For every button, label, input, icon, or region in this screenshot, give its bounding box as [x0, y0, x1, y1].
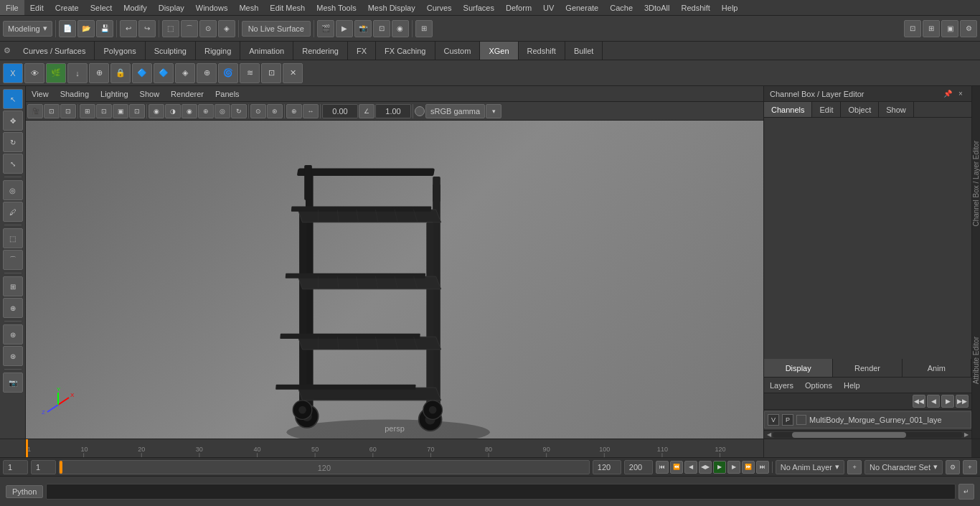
select-mode-btn[interactable]: ↖	[3, 89, 23, 109]
anim-next-btn[interactable]: ▶	[727, 461, 740, 474]
menu-mesh[interactable]: Mesh	[233, 0, 264, 15]
vp-menu-view[interactable]: View	[26, 86, 55, 101]
vp-menu-renderer[interactable]: Renderer	[165, 86, 209, 101]
anim-next-key-btn[interactable]: ⏩	[742, 461, 755, 474]
vp-num1[interactable]: 0.00	[322, 104, 358, 118]
anim-layer-btn1[interactable]: +	[847, 460, 862, 474]
render3-btn[interactable]: 📸	[354, 20, 372, 37]
python-tab[interactable]: Python	[6, 485, 43, 498]
tab-fx[interactable]: FX	[348, 42, 376, 60]
sidebar-tab-attribute-editor[interactable]: Attribute Editor	[971, 334, 980, 387]
scrollbar-horizontal[interactable]: ◀ ▶	[764, 430, 971, 439]
lasso-tool-btn[interactable]: ⌒	[181, 20, 198, 37]
live-surface-btn[interactable]: No Live Surface	[242, 21, 311, 37]
timeline-scrub[interactable]: 120	[59, 460, 590, 474]
menu-display[interactable]: Display	[153, 0, 190, 15]
scroll-right-btn[interactable]: ▶	[963, 431, 970, 439]
render5-btn[interactable]: ◉	[392, 20, 409, 37]
end-frame-field[interactable]: 120	[593, 460, 621, 474]
cmd-enter-btn[interactable]: ↵	[958, 484, 974, 500]
menu-mesh-tools[interactable]: Mesh Tools	[311, 0, 362, 15]
layer-back-btn[interactable]: ◀	[927, 395, 940, 408]
layout3-btn[interactable]: ▣	[941, 20, 958, 37]
menu-select[interactable]: Select	[85, 0, 118, 15]
menu-edit[interactable]: Edit	[24, 0, 50, 15]
vp-shading6[interactable]: ↻	[231, 104, 247, 118]
xgen-brush1[interactable]: ⊛	[3, 324, 23, 345]
tab-xgen[interactable]: XGen	[480, 42, 518, 60]
menu-surfaces[interactable]: Surfaces	[458, 0, 500, 15]
scroll-thumb[interactable]	[792, 432, 906, 438]
dr-tab-display[interactable]: Display	[764, 359, 833, 377]
vp-snap1[interactable]: ⊕	[286, 104, 302, 118]
vp-menu-lighting[interactable]: Lighting	[95, 86, 134, 101]
tab-polygons[interactable]: Polygons	[95, 42, 145, 60]
layer-playback-btn[interactable]: P	[782, 414, 793, 426]
xgen-tool-9[interactable]: ◈	[175, 63, 195, 83]
vp-shading5[interactable]: ◎	[215, 104, 230, 118]
total-frames-field[interactable]: 200	[624, 460, 653, 474]
vp-snap2[interactable]: ↔	[303, 104, 319, 118]
vp-shading3[interactable]: ◉	[182, 104, 197, 118]
move-mode-btn[interactable]: ✥	[3, 111, 23, 131]
xgen-tool-13[interactable]: ⊡	[261, 63, 281, 83]
xgen-tool-5[interactable]: ⊕	[89, 63, 109, 83]
panel-close-btn[interactable]: ×	[956, 89, 966, 99]
menu-3dto[interactable]: 3DtoAll	[639, 0, 675, 15]
paint-weights-btn[interactable]: 🖊	[3, 202, 23, 222]
anim-play-back-btn[interactable]: ◀▶	[699, 461, 712, 474]
vp-shading2[interactable]: ◑	[165, 104, 181, 118]
xgen-tool-14[interactable]: ✕	[283, 63, 303, 83]
menu-file[interactable]: File	[0, 0, 24, 15]
save-file-btn[interactable]: 💾	[96, 20, 113, 37]
snap-grid-btn[interactable]: ⊞	[3, 276, 23, 296]
layout2-btn[interactable]: ⊞	[923, 20, 940, 37]
marquee-select-btn[interactable]: ⬚	[3, 228, 23, 248]
menu-create[interactable]: Create	[50, 0, 85, 15]
lo-tab-options[interactable]: Options	[799, 378, 838, 393]
tab-redshift[interactable]: Redshift	[519, 42, 565, 60]
scroll-left-btn[interactable]: ◀	[765, 431, 773, 439]
rp-tab-channels[interactable]: Channels	[764, 102, 812, 117]
redo-btn[interactable]: ↪	[138, 20, 156, 37]
vp-cam3[interactable]: ⊡	[60, 104, 76, 118]
sidebar-tab-channel-box[interactable]: Channel Box / Layer Editor	[971, 138, 980, 230]
char-set-btn2[interactable]: +	[963, 460, 977, 474]
layout-btn[interactable]: ⊡	[904, 20, 921, 37]
layout1-btn[interactable]: ⊞	[415, 20, 433, 37]
soft-select-btn[interactable]: ◎	[3, 180, 23, 200]
vp-display1[interactable]: ⊞	[80, 104, 95, 118]
vp-shading4[interactable]: ⊕	[198, 104, 214, 118]
anim-prev-key-btn[interactable]: ⏪	[670, 461, 683, 474]
rotate-mode-btn[interactable]: ↻	[3, 132, 23, 152]
xgen-tool-11[interactable]: 🌀	[218, 63, 238, 83]
command-line[interactable]	[46, 484, 956, 500]
layer-visibility-btn[interactable]: V	[768, 414, 779, 426]
menu-modify[interactable]: Modify	[118, 0, 152, 15]
xgen-tool-4[interactable]: ↓	[67, 63, 88, 83]
open-file-btn[interactable]: 📂	[77, 20, 95, 37]
tab-curves-surfaces[interactable]: Curves / Surfaces	[14, 42, 95, 60]
vp-colorspace-dropdown[interactable]: ▾	[486, 104, 501, 118]
lo-tab-help[interactable]: Help	[838, 378, 866, 393]
tab-animation[interactable]: Animation	[240, 42, 293, 60]
menu-windows[interactable]: Windows	[190, 0, 234, 15]
vp-menu-show[interactable]: Show	[134, 86, 166, 101]
new-file-btn[interactable]: 📄	[59, 20, 76, 37]
paint-tool-btn[interactable]: ⊙	[199, 20, 217, 37]
menu-uv[interactable]: UV	[537, 0, 560, 15]
rp-tab-show[interactable]: Show	[879, 102, 914, 117]
timeline-ruler[interactable]: 1 10 20 30 40 50 60 70 80 90 1	[26, 439, 763, 457]
camera-btn[interactable]: 📷	[3, 373, 23, 393]
select-tool-btn[interactable]: ⬚	[162, 20, 179, 37]
xgen-tool-7[interactable]: 🔷	[132, 63, 152, 83]
xgen-tool-10[interactable]: ⊕	[197, 63, 217, 83]
vp-colorspace[interactable]: sRGB gamma	[425, 104, 485, 118]
menu-redshift[interactable]: Redshift	[675, 0, 715, 15]
vp-menu-panels[interactable]: Panels	[209, 86, 245, 101]
tab-bullet[interactable]: Bullet	[565, 42, 603, 60]
tab-fx-caching[interactable]: FX Caching	[376, 42, 435, 60]
scale-mode-btn[interactable]: ⤡	[3, 154, 23, 174]
vp-cam1[interactable]: 🎥	[27, 104, 43, 118]
tab-rendering[interactable]: Rendering	[293, 42, 348, 60]
